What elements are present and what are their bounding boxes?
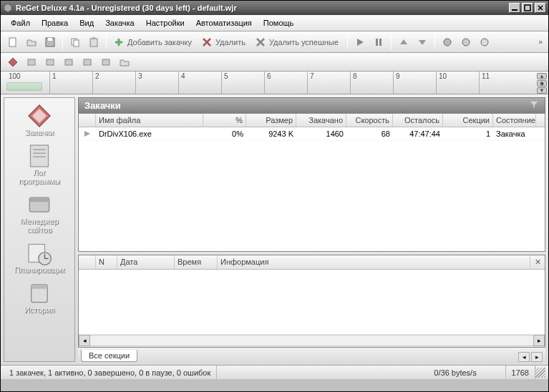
tab-prev-icon[interactable]: ◂ (518, 352, 530, 362)
main-toolbar: Добавить закачку Удалить Удалить успешны… (1, 31, 548, 53)
close-button[interactable] (535, 3, 546, 13)
tab-next-icon[interactable]: ▸ (531, 352, 543, 362)
maximize-button[interactable] (522, 3, 533, 13)
add-download-button[interactable]: Добавить закачку (110, 34, 197, 50)
ruler-up-icon[interactable]: ▲ (537, 73, 547, 79)
status-total: 1768 (506, 366, 535, 379)
svg-rect-10 (90, 39, 97, 46)
sidebar-item-downloads[interactable]: Закачки (4, 104, 74, 137)
menu-edit[interactable]: Правка (36, 17, 74, 29)
menu-settings[interactable]: Настройки (140, 17, 190, 29)
category-2-icon[interactable] (42, 55, 59, 69)
ruler-progress-marker (6, 82, 42, 91)
delete-button[interactable]: Удалить (198, 34, 251, 50)
ruler-mid-icon[interactable]: ◆ (537, 80, 547, 87)
log-close-icon[interactable]: ✕ (530, 255, 545, 269)
column-headers: Имя файла % Размер Закачано Скорость Ост… (79, 114, 545, 127)
svg-rect-39 (29, 197, 49, 202)
svg-rect-29 (65, 59, 72, 65)
move-down-button[interactable] (414, 34, 431, 50)
col-filename[interactable]: Имя файла (96, 114, 203, 127)
menu-download[interactable]: Закачка (99, 17, 140, 29)
svg-marker-0 (4, 4, 12, 12)
download-row[interactable]: DrDivX106.exe 0% 9243 K 1460 68 47:47:44… (79, 127, 545, 141)
svg-rect-19 (376, 39, 378, 46)
cell-remaining: 47:47:44 (393, 127, 443, 140)
panel-header: Закачки (78, 97, 545, 113)
log-col-time[interactable]: Время (175, 255, 218, 269)
titlebar: ReGet Deluxe 4.1a - Unregistered (30 day… (1, 1, 548, 15)
disk-3-button[interactable] (476, 34, 493, 50)
downloads-icon (25, 104, 54, 128)
svg-marker-46 (530, 102, 538, 109)
toolbar-overflow-icon[interactable]: » (535, 38, 545, 46)
scroll-track[interactable] (90, 335, 533, 346)
svg-rect-9 (74, 40, 79, 46)
log-col-info[interactable]: Информация (218, 255, 530, 269)
category-3-icon[interactable] (60, 55, 77, 69)
cell-speed: 68 (346, 127, 393, 140)
col-size[interactable]: Размер (246, 114, 296, 127)
svg-marker-22 (419, 40, 426, 45)
col-state[interactable]: Состояние (493, 114, 536, 127)
ruler-tick: 9 (393, 72, 436, 94)
delete-completed-label: Удалить успешные (269, 38, 339, 46)
pause-button[interactable] (370, 34, 387, 50)
category-4-icon[interactable] (79, 55, 96, 69)
ruler-tick: 5 (221, 72, 264, 94)
log-scrollbar[interactable]: ◂ ▸ (79, 334, 545, 347)
col-speed[interactable]: Скорость (346, 114, 393, 127)
scroll-left-icon[interactable]: ◂ (79, 335, 90, 346)
log-col-n[interactable]: N (96, 255, 117, 269)
paste-button[interactable] (85, 34, 102, 50)
svg-rect-34 (31, 145, 49, 167)
disk-1-button[interactable] (439, 34, 456, 50)
filter-icon[interactable] (529, 99, 539, 112)
ruler-down-icon[interactable]: ▼ (537, 87, 547, 94)
log-col-date[interactable]: Дата (117, 255, 175, 269)
col-remaining[interactable]: Осталось (393, 114, 443, 127)
ruler-tick: 1 (49, 72, 92, 94)
menu-help[interactable]: Помощь (258, 17, 300, 29)
progress-ruler: 100 1 2 3 4 5 6 7 8 9 10 11 ▲ ◆ ▼ (1, 72, 548, 94)
menu-view[interactable]: Вид (74, 17, 99, 29)
move-up-button[interactable] (395, 34, 412, 50)
col-percent[interactable]: % (203, 114, 246, 127)
category-5-icon[interactable] (97, 55, 115, 69)
delete-completed-button[interactable]: Удалить успешные (252, 34, 344, 50)
cell-filename: DrDivX106.exe (96, 127, 203, 140)
minimize-button[interactable] (509, 3, 520, 13)
category-6-icon[interactable] (116, 55, 133, 69)
new-button[interactable] (4, 34, 21, 50)
cell-percent: 0% (203, 127, 246, 140)
col-icon[interactable] (79, 114, 96, 127)
tab-all-sections[interactable]: Все секции (81, 350, 137, 362)
category-1-icon[interactable] (23, 55, 40, 69)
category-all-icon[interactable] (4, 55, 21, 69)
open-button[interactable] (23, 34, 40, 50)
menu-auto[interactable]: Автоматизация (190, 17, 258, 29)
menu-file[interactable]: Файл (5, 17, 36, 29)
save-button[interactable] (42, 34, 59, 50)
svg-marker-21 (400, 39, 407, 44)
history-icon (25, 281, 54, 305)
statusbar: 1 закачек, 1 активно, 0 завершено, 0 в п… (1, 365, 548, 379)
log-panel: N Дата Время Информация ✕ ◂ ▸ (78, 255, 545, 348)
cell-state: Закачка (493, 127, 536, 140)
ruler-tick: 4 (178, 72, 221, 94)
sidebar-item-log[interactable]: Лог программы (4, 144, 74, 185)
resize-grip-icon[interactable] (535, 368, 545, 378)
svg-rect-7 (48, 38, 52, 41)
sidebar-item-sites[interactable]: Менеджер сайтов (4, 192, 74, 234)
sidebar-item-scheduler[interactable]: Планировщик (4, 241, 74, 274)
start-button[interactable] (351, 34, 369, 50)
svg-rect-11 (92, 37, 95, 39)
disk-2-button[interactable] (457, 34, 475, 50)
col-sections[interactable]: Секции (443, 114, 493, 127)
sidebar-item-history[interactable]: История (4, 281, 74, 314)
copy-button[interactable] (67, 34, 84, 50)
col-downloaded[interactable]: Закачано (296, 114, 346, 127)
log-col-icon[interactable] (79, 255, 96, 269)
scroll-right-icon[interactable]: ▸ (533, 335, 545, 346)
svg-rect-45 (31, 285, 48, 289)
